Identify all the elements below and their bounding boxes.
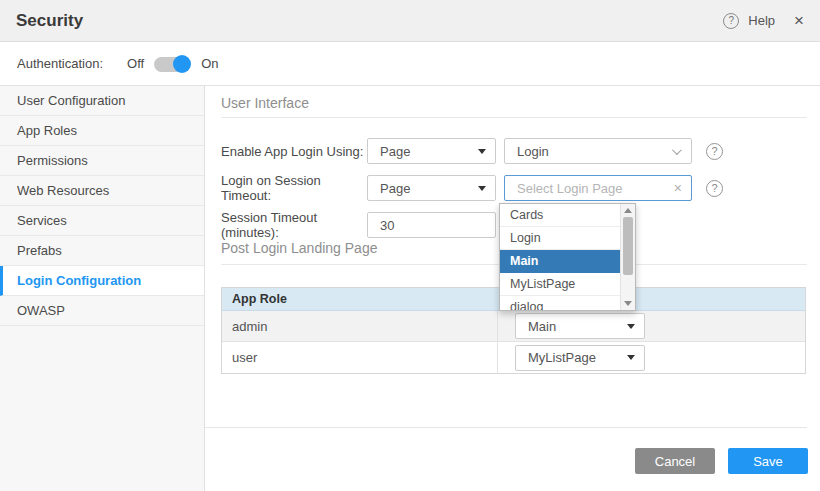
- authentication-label: Authentication:: [17, 56, 103, 71]
- dropdown-option-cards[interactable]: Cards: [500, 204, 620, 227]
- enable-app-login-type-select[interactable]: Page: [367, 138, 496, 164]
- dropdown-option-mylistpage[interactable]: MyListPage: [500, 273, 620, 296]
- dropdown-option-login[interactable]: Login: [500, 227, 620, 250]
- sidebar-item-owasp[interactable]: OWASP: [0, 296, 204, 326]
- toggle-off-label: Off: [127, 56, 144, 71]
- form-row-login-on-timeout: Login on Session Timeout: Page × ?: [221, 175, 807, 201]
- cancel-button[interactable]: Cancel: [635, 448, 715, 474]
- app-role-column-header: App Role: [222, 292, 498, 306]
- dropdown-scrollbar[interactable]: [620, 204, 635, 310]
- sidebar-item-login-configuration[interactable]: Login Configuration: [0, 266, 204, 296]
- login-page-search-wrap: ×: [496, 175, 692, 201]
- section-heading-user-interface: User Interface: [221, 95, 309, 111]
- help-link[interactable]: Help: [748, 13, 775, 28]
- scroll-down-icon[interactable]: [624, 301, 632, 306]
- clear-icon[interactable]: ×: [674, 180, 682, 196]
- admin-landing-page-select[interactable]: Main: [515, 313, 645, 339]
- main-panel: User Interface Enable App Login Using: P…: [205, 86, 820, 491]
- session-timeout-input[interactable]: [367, 212, 496, 238]
- role-cell: admin: [222, 311, 498, 341]
- footer-actions: Cancel Save: [635, 448, 808, 474]
- landing-page-cell: MyListPage: [498, 342, 805, 373]
- toggle-knob: [173, 55, 191, 73]
- user-landing-page-value: MyListPage: [528, 350, 596, 365]
- caret-down-icon: [627, 355, 635, 360]
- role-cell: user: [222, 342, 498, 373]
- scroll-up-icon[interactable]: [624, 208, 632, 213]
- authentication-toggle[interactable]: [154, 55, 191, 73]
- sidebar-item-web-resources[interactable]: Web Resources: [0, 176, 204, 206]
- table-row-admin: admin Main: [222, 311, 805, 342]
- enable-app-login-label: Enable App Login Using:: [221, 144, 367, 159]
- toggle-on-label: On: [201, 56, 218, 71]
- sidebar-item-services[interactable]: Services: [0, 206, 204, 236]
- sidebar-item-permissions[interactable]: Permissions: [0, 146, 204, 176]
- enable-app-login-page-select[interactable]: Login: [504, 138, 692, 164]
- dropdown-option-dialog[interactable]: dialog: [500, 296, 620, 311]
- caret-down-icon: [478, 186, 486, 191]
- login-page-search-input[interactable]: [504, 175, 692, 201]
- admin-landing-page-value: Main: [528, 319, 556, 334]
- enable-app-login-help-icon[interactable]: ?: [706, 143, 723, 160]
- login-on-timeout-help-icon[interactable]: ?: [706, 180, 723, 197]
- page-title: Security: [16, 11, 83, 31]
- help-icon[interactable]: ?: [723, 13, 739, 29]
- titlebar-actions: ? Help ×: [723, 11, 804, 31]
- divider: [221, 117, 807, 118]
- caret-down-icon: [627, 324, 635, 329]
- sidebar-item-prefabs[interactable]: Prefabs: [0, 236, 204, 266]
- login-on-timeout-type-select[interactable]: Page: [367, 175, 496, 201]
- landing-page-cell: Main: [498, 311, 805, 341]
- footer-divider: [205, 427, 807, 428]
- section-heading-post-login: Post Login Landing Page: [221, 240, 377, 256]
- form-row-enable-app-login: Enable App Login Using: Page Login ?: [221, 138, 807, 164]
- table-row-user: user MyListPage: [222, 342, 805, 373]
- security-dialog: Security ? Help × Authentication: Off On…: [0, 0, 820, 491]
- scrollbar-thumb[interactable]: [623, 217, 633, 275]
- save-button[interactable]: Save: [728, 448, 808, 474]
- user-landing-page-select[interactable]: MyListPage: [515, 345, 645, 371]
- title-bar: Security ? Help ×: [0, 0, 820, 42]
- sidebar-item-user-configuration[interactable]: User Configuration: [0, 86, 204, 116]
- authentication-toggle-group: Off On: [127, 55, 218, 73]
- dropdown-options: Cards Login Main MyListPage dialog: [500, 204, 620, 311]
- authentication-bar: Authentication: Off On: [0, 42, 820, 86]
- close-icon[interactable]: ×: [794, 11, 804, 31]
- sidebar-item-app-roles[interactable]: App Roles: [0, 116, 204, 146]
- enable-app-login-page-value: Login: [517, 144, 549, 159]
- enable-app-login-type-value: Page: [380, 144, 410, 159]
- dropdown-option-main[interactable]: Main: [500, 250, 620, 273]
- caret-down-icon: [478, 149, 486, 154]
- login-page-dropdown: Cards Login Main MyListPage dialog: [499, 203, 636, 311]
- sidebar: User Configuration App Roles Permissions…: [0, 86, 205, 491]
- login-on-timeout-type-value: Page: [380, 181, 410, 196]
- session-timeout-label: Session Timeout (minutes):: [221, 210, 367, 240]
- chevron-down-icon: [672, 145, 682, 155]
- login-on-timeout-label: Login on Session Timeout:: [221, 173, 367, 203]
